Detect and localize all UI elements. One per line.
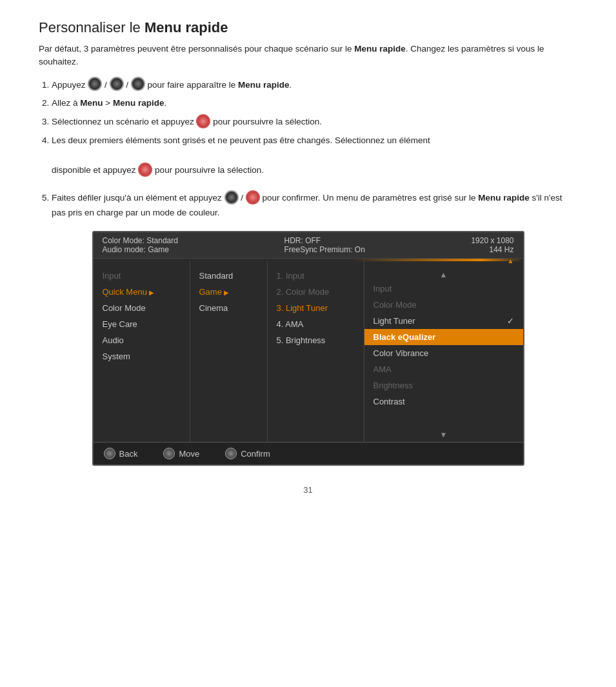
submenu-standard[interactable]: Standard [190,268,267,284]
menu-col-submenu: Standard Game Cinema [190,261,268,442]
resolution-label: 1920 x 1080 [471,236,513,245]
step-3: Sélectionnez un scénario et appuyez pour… [52,115,577,130]
option-colormode[interactable]: Color Mode [364,297,523,313]
menu-item-quickmenu[interactable]: Quick Menu [94,284,190,300]
option-brightness[interactable]: Brightness [364,377,523,393]
option-contrast[interactable]: Contrast [364,393,523,410]
item-2-colormode[interactable]: 2. Color Mode [268,284,364,300]
nav-move: Move [163,448,199,459]
submenu-game[interactable]: Game [190,284,267,300]
arrow-up-icon: ▲ [364,268,523,281]
page-title: Personnaliser le Menu rapide [39,19,577,36]
statusbar-right: 1920 x 1080 144 Hz [471,236,513,254]
submenu-cinema[interactable]: Cinema [190,300,267,316]
button-icon-4 [196,114,210,128]
hdr-label: HDR: OFF [284,236,364,245]
step-1: Appuyez / / pour faire apparaître le Men… [52,78,577,93]
statusbar-left: Color Mode: Standard Audio mode: Game [103,236,178,254]
step-2: Allez à Menu > Menu rapide. [52,96,577,111]
monitor: Color Mode: Standard Audio mode: Game HD… [92,231,524,466]
option-blackequalizer[interactable]: Black eQualizer [364,329,523,345]
monitor-statusbar: Color Mode: Standard Audio mode: Game HD… [94,232,523,259]
button-icon-3 [131,77,145,91]
option-colorvibrance[interactable]: Color Vibrance [364,345,523,361]
menu-item-audio[interactable]: Audio [94,332,190,348]
step-5: Faites défiler jusqu'à un élément et app… [52,191,577,221]
back-label: Back [119,449,138,459]
button-icon-1 [88,77,102,91]
menu-item-colormode[interactable]: Color Mode [94,300,190,316]
button-icon-6 [224,190,239,204]
freesync-label: FreeSync Premium: On [284,245,364,254]
menu-col-items: 1. Input 2. Color Mode 3. Light Tuner 4.… [268,261,364,442]
move-label: Move [179,449,199,459]
item-4-ama[interactable]: 4. AMA [268,316,364,332]
monitor-screenshot: Color Mode: Standard Audio mode: Game HD… [39,231,577,466]
refresh-label: 144 Hz [489,245,513,254]
back-icon [104,448,115,459]
menu-item-system[interactable]: System [94,348,190,364]
arrow-down-icon: ▼ [364,429,523,442]
button-icon-5 [138,163,152,177]
menu-col-options: ▲ Input Color Mode Light Tuner Black eQu… [364,261,523,442]
statusbar-center: HDR: OFF FreeSync Premium: On [284,236,364,254]
item-1-input[interactable]: 1. Input [268,268,364,284]
option-lighttuner[interactable]: Light Tuner [364,313,523,329]
move-icon [163,448,175,459]
nav-back: Back [104,448,138,459]
menu-col-left: Input Quick Menu Color Mode Eye Care Aud… [94,261,190,442]
item-3-lighttuner[interactable]: 3. Light Tuner [268,300,364,316]
page-number: 31 [39,485,577,495]
option-input[interactable]: Input [364,281,523,297]
monitor-navbar: Back Move Confirm [94,442,523,464]
audio-mode-label: Audio mode: Game [103,245,178,254]
nav-confirm: Confirm [225,448,270,459]
button-icon-2 [110,77,124,91]
option-ama[interactable]: AMA [364,361,523,377]
menu-item-eyecare[interactable]: Eye Care [94,316,190,332]
steps-list: Appuyez / / pour faire apparaître le Men… [39,78,577,221]
monitor-menu: Input Quick Menu Color Mode Eye Care Aud… [94,261,523,442]
menu-item-input[interactable]: Input [94,268,190,284]
color-mode-label: Color Mode: Standard [103,236,178,245]
confirm-label: Confirm [241,449,270,459]
button-icon-7 [246,190,260,204]
confirm-icon [225,448,237,459]
step-4: Les deux premiers éléments sont grisés e… [52,134,577,178]
intro-text: Par défaut, 3 paramètres peuvent être pe… [39,43,577,69]
item-5-brightness[interactable]: 5. Brightness [268,332,364,348]
